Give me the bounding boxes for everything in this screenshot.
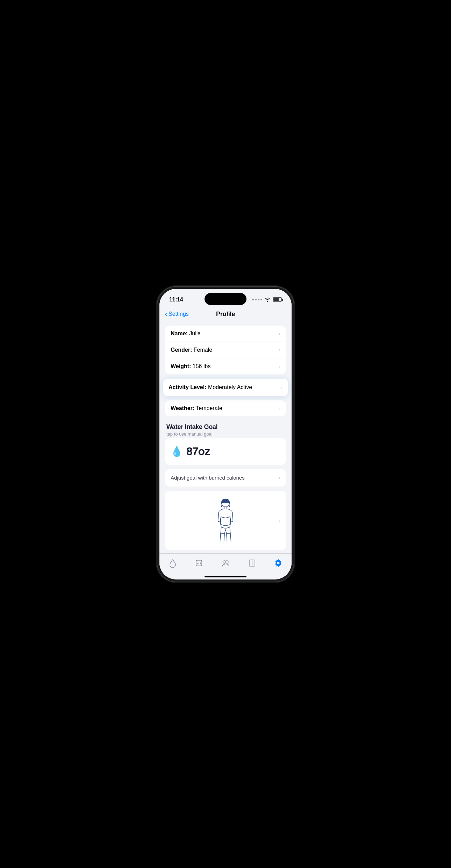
adjust-goal-label: Adjust goal with burned calories xyxy=(171,475,245,481)
tab-bar xyxy=(159,553,292,576)
svg-point-5 xyxy=(277,562,280,564)
back-button[interactable]: ‹ Settings xyxy=(165,311,189,318)
weight-row[interactable]: Weight: 156 lbs › xyxy=(165,358,286,374)
phone-frame: 11:14 ‹ xyxy=(157,287,294,582)
weather-chevron-icon: › xyxy=(279,405,280,411)
tab-settings[interactable] xyxy=(270,557,287,569)
activity-level-row[interactable]: Activity Level: Moderately Active › xyxy=(163,379,288,396)
profile-tab-icon xyxy=(221,559,230,568)
wifi-icon xyxy=(264,297,271,302)
gender-row[interactable]: Gender: Female › xyxy=(165,342,286,358)
weather-card: Weather: Temperate › xyxy=(165,400,286,416)
water-drop-icon: 💧 xyxy=(171,446,183,457)
weather-label: Weather: Temperate xyxy=(171,405,222,411)
settings-tab-icon xyxy=(274,559,283,568)
adjust-goal-card: Adjust goal with burned calories › xyxy=(165,469,286,487)
chart-tab-icon xyxy=(194,559,203,568)
tab-water[interactable] xyxy=(164,557,181,569)
phone-screen: 11:14 ‹ xyxy=(159,289,292,579)
status-icons xyxy=(252,297,282,302)
weight-label: Weight: 156 lbs xyxy=(171,363,210,370)
dynamic-island xyxy=(205,293,246,305)
body-figure-svg xyxy=(210,498,241,543)
profile-info-card: Name: Julia › Gender: Female › Weight: 1… xyxy=(165,326,286,374)
nav-bar: ‹ Settings Profile xyxy=(159,308,292,322)
name-row[interactable]: Name: Julia › xyxy=(165,326,286,342)
gender-label: Gender: Female xyxy=(171,347,212,353)
water-intake-subtitle: tap to use manual goal xyxy=(166,431,285,437)
adjust-goal-chevron-icon: › xyxy=(279,475,280,481)
battery-icon xyxy=(273,297,282,302)
back-label: Settings xyxy=(169,311,189,317)
signal-dots-icon xyxy=(252,299,262,300)
name-chevron-icon: › xyxy=(279,330,280,337)
home-indicator xyxy=(205,576,246,577)
gender-chevron-icon: › xyxy=(279,347,280,353)
adjust-goal-row[interactable]: Adjust goal with burned calories › xyxy=(165,469,286,487)
body-figure-chevron-icon: › xyxy=(279,517,280,524)
scroll-content[interactable]: Name: Julia › Gender: Female › Weight: 1… xyxy=(159,322,292,553)
weight-chevron-icon: › xyxy=(279,363,280,370)
back-chevron-icon: ‹ xyxy=(165,311,167,318)
status-time: 11:14 xyxy=(169,297,183,303)
body-figure-card[interactable]: › xyxy=(165,491,286,550)
name-label: Name: Julia xyxy=(171,330,201,337)
water-amount: 87oz xyxy=(186,445,210,458)
water-tab-icon xyxy=(168,559,177,568)
water-goal-card[interactable]: 💧 87oz xyxy=(165,438,286,465)
tab-book[interactable] xyxy=(243,557,261,569)
activity-level-label: Activity Level: Moderately Active xyxy=(169,384,252,391)
weather-row[interactable]: Weather: Temperate › xyxy=(165,400,286,416)
activity-level-chevron-icon: › xyxy=(281,384,282,391)
water-intake-section-header: Water Intake Goal tap to use manual goal xyxy=(165,421,286,438)
activity-level-card[interactable]: Activity Level: Moderately Active › xyxy=(163,379,288,396)
tab-chart[interactable] xyxy=(190,557,208,569)
tab-profile[interactable] xyxy=(217,557,234,569)
water-intake-title: Water Intake Goal xyxy=(166,423,285,431)
book-tab-icon xyxy=(248,559,257,568)
nav-title: Profile xyxy=(216,311,235,318)
